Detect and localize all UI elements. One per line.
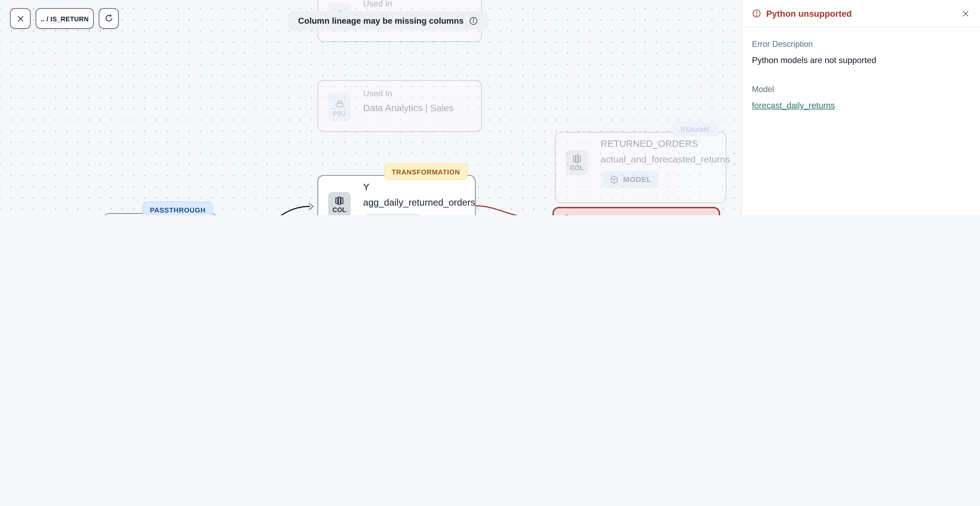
rename-badge: RENAME [673, 122, 718, 136]
node-fct-order-items[interactable]: PASSTHROUGH COL IS_RETURN fct_order_item… [103, 213, 218, 215]
error-icon [562, 214, 572, 215]
model-link[interactable]: forecast_daily_returns [752, 101, 835, 110]
lineage-canvas[interactable]: PRJ Used In Data Analytics | Marketing P… [0, 0, 741, 215]
breadcrumb[interactable]: .. / IS_RETURN [36, 8, 94, 29]
model-badge: MODEL [364, 214, 422, 215]
node-subtitle: agg_daily_returned_orders [363, 197, 475, 208]
info-icon[interactable] [469, 16, 478, 25]
node-title: Used In [363, 89, 392, 98]
panel-header: Python unsupported [742, 0, 980, 27]
refresh-icon [104, 14, 113, 23]
node-actual-and-forecasted-returns[interactable]: RENAME COL RETURNED_ORDERS actual_and_fo… [555, 132, 726, 203]
edge-isreturn-to-y [218, 206, 310, 215]
panel-close-button[interactable] [961, 9, 970, 18]
node-used-in-sales[interactable]: PRJ Used In Data Analytics | Sales [317, 80, 482, 132]
model-label: Model [752, 85, 970, 94]
transformation-badge: TRANSFORMATION [384, 163, 468, 180]
cube-icon [609, 175, 619, 184]
node-subtitle: Data Analytics | Sales [363, 103, 453, 113]
canvas-error-badge[interactable]: Python unsupported View Error [552, 207, 720, 215]
node-agg-daily-returned-orders[interactable]: TRANSFORMATION COL Y agg_daily_returned_… [317, 175, 476, 215]
project-icon: PRJ [328, 93, 351, 121]
node-title: Y [363, 182, 369, 192]
node-title: Used In [363, 0, 392, 8]
error-detail-panel: Python unsupported Error Description Pyt… [741, 0, 980, 215]
model-badge: MODEL [602, 171, 659, 188]
error-description-label: Error Description [752, 39, 970, 49]
breadcrumb-label: .. / IS_RETURN [41, 14, 89, 22]
column-icon: COL [565, 150, 588, 175]
chip-label: COL [332, 206, 347, 213]
node-subtitle: actual_and_forecasted_returns [601, 154, 730, 164]
model-label: MODEL [623, 175, 652, 184]
toast-message: Column lineage may be missing columns [298, 16, 464, 25]
view-error-link[interactable]: View Error [669, 214, 711, 215]
edge-y-to-error [476, 206, 546, 215]
error-badge-label: Python unsupported [578, 214, 660, 215]
close-lineage-button[interactable] [10, 8, 31, 29]
column-icon: COL [328, 192, 351, 215]
error-icon [752, 9, 761, 18]
close-icon [961, 9, 970, 18]
lineage-warning-toast: Column lineage may be missing columns [288, 11, 488, 30]
node-title: RETURNED_ORDERS [601, 138, 698, 149]
error-description-value: Python models are not supported [752, 56, 970, 65]
refresh-button[interactable] [99, 8, 119, 29]
close-icon [16, 14, 25, 23]
chip-label: PRJ [333, 110, 346, 117]
panel-title: Python unsupported [766, 8, 852, 19]
app: PRJ Used In Data Analytics | Marketing P… [0, 0, 980, 215]
chip-label: COL [570, 164, 584, 171]
passthrough-badge: PASSTHROUGH [143, 201, 213, 215]
